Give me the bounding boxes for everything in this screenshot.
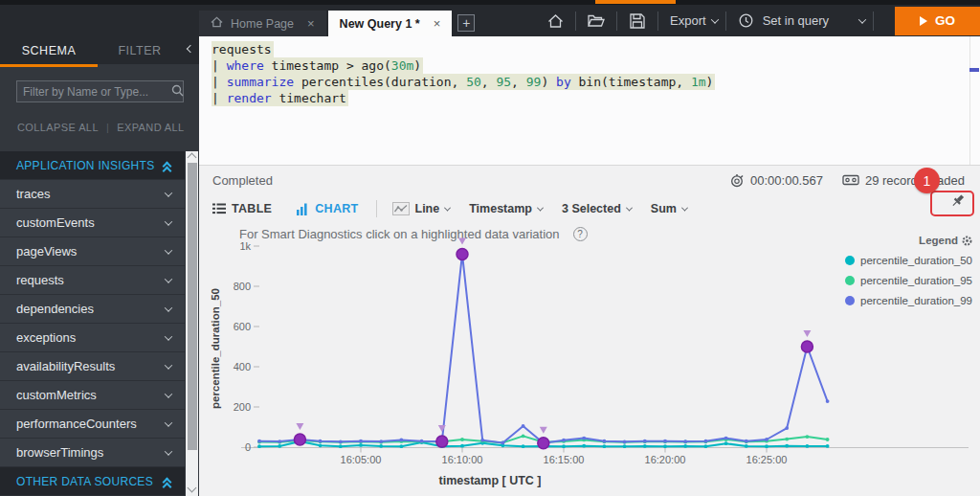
go-button[interactable]: GO (895, 7, 980, 35)
sidebar-item-traces[interactable]: traces (0, 180, 185, 209)
tab-home-page[interactable]: Home Page × (199, 11, 326, 36)
schema-tree: APPLICATION INSIGHTStracescustomEventspa… (0, 151, 185, 496)
close-tab-icon[interactable]: × (428, 16, 441, 31)
chevron-down-icon[interactable] (165, 275, 172, 282)
main-panel: requests| where timestamp > ago(30m)| su… (199, 36, 980, 496)
double-chevron-up-icon[interactable] (164, 479, 173, 488)
active-tab-underline (0, 64, 98, 67)
x-axis-label: timestamp [ UTC ] (222, 474, 758, 487)
results-panel: Completed 00:00:00.567 29 records loaded… (199, 165, 980, 496)
tree-item-label: exceptions (16, 330, 76, 345)
chevron-down-icon[interactable] (165, 418, 172, 426)
chevron-down-icon[interactable] (165, 246, 172, 254)
chevron-down-icon[interactable] (165, 304, 172, 311)
sidebar-item-availabilityresults[interactable]: availabilityResults (0, 352, 185, 381)
tab-new-query[interactable]: New Query 1 * × (328, 11, 453, 36)
query-code[interactable]: requests| where timestamp > ago(30m)| su… (212, 41, 715, 106)
timechart-svg[interactable]: 02004006008001k16:05:0016:10:0016:15:001… (222, 231, 978, 472)
schema-filter-input[interactable] (23, 85, 171, 99)
svg-text:16:05:00: 16:05:00 (341, 454, 382, 465)
code-line: | summarize percentiles(duration, 50, 95… (212, 74, 715, 90)
series-dropdown[interactable]: 3 Selected (562, 202, 632, 215)
open-folder-icon[interactable] (584, 13, 609, 28)
tab-filter[interactable]: FILTER (98, 44, 182, 57)
chevron-down-icon[interactable] (165, 361, 172, 369)
top-bar: Home Page × New Query 1 * × + Export (0, 0, 980, 36)
x-axis-value: Timestamp (469, 202, 532, 215)
save-icon[interactable] (625, 13, 650, 29)
scrollbar-thumb[interactable] (188, 163, 197, 450)
table-view-button[interactable]: TABLE (212, 202, 272, 215)
sidebar-item-pageviews[interactable]: pageViews (0, 237, 185, 266)
chevron-down-icon[interactable] (710, 15, 718, 23)
top-actions: Export Set in query GO (543, 5, 980, 36)
home-tab-icon (211, 16, 223, 31)
series-value: 3 Selected (562, 202, 621, 215)
code-line: requests (212, 41, 715, 57)
aggregation-dropdown[interactable]: Sum (651, 202, 687, 215)
tab-label: Home Page (231, 17, 294, 31)
tab-label: New Query 1 * (340, 17, 420, 31)
export-button[interactable]: Export (670, 13, 706, 28)
collapse-sidebar-icon[interactable] (187, 45, 194, 53)
divider: | (106, 122, 109, 133)
sidebar-item-exceptions[interactable]: exceptions (0, 324, 185, 352)
progress-indicator (595, 0, 676, 4)
query-editor[interactable]: requests| where timestamp > ago(30m)| su… (199, 36, 980, 165)
expand-all-button[interactable]: EXPAND ALL (117, 122, 184, 133)
sidebar-item-requests[interactable]: requests (0, 266, 185, 295)
divider (657, 11, 658, 31)
svg-text:16:10:00: 16:10:00 (442, 454, 483, 465)
sidebar-item-performancecounters[interactable]: performanceCounters (0, 410, 185, 439)
new-tab-button[interactable]: + (457, 14, 475, 32)
query-status: Completed (212, 173, 273, 188)
tree-item-label: OTHER DATA SOURCES (16, 475, 153, 488)
fold-controls: COLLAPSE ALL | EXPAND ALL (17, 122, 199, 133)
sidebar-item-dependencies[interactable]: dependencies (0, 295, 185, 324)
result-toolbar: TABLE CHART Line Timestamp 3 Select (199, 194, 980, 223)
chart-type-value: Line (415, 202, 440, 215)
editor-overview-ruler (969, 36, 970, 165)
divider (616, 11, 617, 31)
sidebar-item-customevents[interactable]: customEvents (0, 209, 185, 237)
home-icon[interactable] (543, 13, 568, 29)
sidebar-scrollbar[interactable] (186, 151, 198, 496)
svg-text:16:25:00: 16:25:00 (746, 454, 788, 465)
tree-item-label: APPLICATION INSIGHTS (16, 159, 154, 172)
divider (873, 11, 874, 31)
schema-filter-box (16, 80, 184, 102)
tree-item-label: performanceCounters (16, 417, 137, 431)
close-tab-icon[interactable]: × (301, 16, 315, 31)
chart-label: CHART (315, 202, 358, 215)
time-range-icon[interactable] (734, 13, 759, 28)
chevron-down-icon[interactable] (165, 390, 172, 397)
collapse-all-button[interactable]: COLLAPSE ALL (17, 122, 99, 133)
scroll-down-icon[interactable] (188, 484, 197, 493)
chart-view-button[interactable]: CHART (297, 202, 358, 215)
pin-icon[interactable] (950, 193, 967, 214)
divider (725, 11, 726, 31)
chevron-down-icon[interactable] (165, 332, 172, 340)
chevron-down-icon[interactable] (165, 189, 172, 196)
sidebar-item-custommetrics[interactable]: customMetrics (0, 381, 185, 410)
code-line: | where timestamp > ago(30m) (212, 57, 715, 74)
double-chevron-up-icon[interactable] (164, 163, 173, 172)
chevron-down-icon[interactable] (165, 217, 172, 225)
tree-item-label: pageViews (16, 244, 77, 259)
x-axis-dropdown[interactable]: Timestamp (469, 202, 543, 215)
svg-text:600: 600 (234, 321, 251, 332)
chevron-down-icon (444, 204, 451, 211)
chart-type-dropdown[interactable]: Line (392, 202, 451, 215)
section-other-data-sources[interactable]: OTHER DATA SOURCES (0, 467, 185, 496)
svg-text:16:15:00: 16:15:00 (544, 454, 585, 465)
tree-item-label: browserTimings (16, 445, 103, 460)
scroll-up-icon[interactable] (188, 153, 197, 163)
timechart-region: For Smart Diagnostics click on a highlig… (199, 223, 980, 496)
tab-schema[interactable]: SCHEMA (0, 44, 98, 57)
chevron-down-icon[interactable] (858, 15, 866, 23)
section-application-insights[interactable]: APPLICATION INSIGHTS (0, 151, 185, 180)
time-range-dropdown[interactable]: Set in query (763, 13, 829, 28)
svg-text:400: 400 (234, 361, 251, 372)
sidebar-item-browsertimings[interactable]: browserTimings (0, 439, 185, 467)
chevron-down-icon[interactable] (165, 447, 172, 455)
